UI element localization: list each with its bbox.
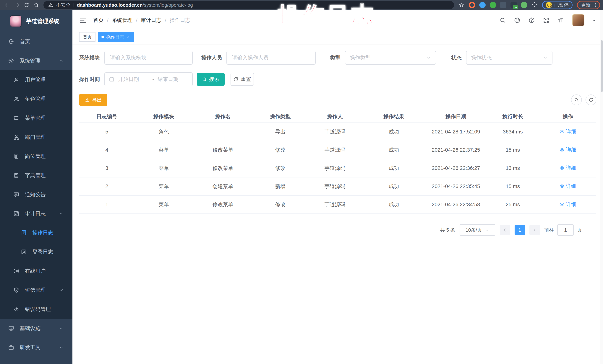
chevron-up-icon (59, 58, 64, 63)
type-label: 类型 (330, 54, 345, 61)
active-tab-dot (101, 36, 104, 38)
page-content: 系统模块 操作人员 类型 操作类型 (72, 44, 603, 364)
detail-link[interactable]: 详细 (559, 183, 576, 190)
sidebar-item-login-log[interactable]: 登录日志 (0, 242, 72, 261)
cell-type: 修改 (253, 201, 308, 208)
sidebar-item-label: 基础设施 (20, 325, 40, 332)
current-page-button[interactable]: 1 (515, 225, 525, 235)
goto-label: 前往 (544, 227, 554, 233)
detail-link[interactable]: 详细 (559, 128, 576, 135)
page-size-select[interactable]: 10条/页 (460, 224, 495, 236)
font-size-icon[interactable] (557, 17, 564, 23)
breadcrumb-item[interactable]: 首页 (93, 17, 104, 24)
cell-id: 3 (79, 165, 135, 171)
sidebar-item-sms-management[interactable]: 短信管理 (0, 280, 72, 300)
operator-input[interactable] (226, 51, 316, 65)
tags-bar: 首页操作日志 (72, 30, 603, 44)
sidebar-item-role-management[interactable]: 角色管理 (0, 89, 72, 108)
sidebar-item-home[interactable]: 首页 (0, 32, 72, 51)
filter-type: 类型 操作类型 (330, 51, 436, 65)
detail-link[interactable]: 详细 (559, 146, 576, 153)
status-select-placeholder: 操作状态 (471, 54, 492, 61)
sidebar-item-audit-log[interactable]: 审计日志 (0, 204, 72, 223)
sidebar-item-dict-management[interactable]: 字典管理 (0, 166, 72, 185)
close-icon[interactable] (126, 35, 130, 39)
sidebar-item-post-management[interactable]: 岗位管理 (0, 147, 72, 166)
column-header: 操作结果 (362, 113, 426, 120)
extension-ring-icon[interactable] (469, 2, 475, 8)
help-icon[interactable] (528, 17, 535, 23)
page-scrollbar[interactable] (600, 11, 603, 364)
sidebar-item-dev-tools[interactable]: 研发工具 (0, 338, 72, 357)
sidebar-item-user-management[interactable]: 用户管理 (0, 70, 72, 89)
show-search-toggle-button[interactable] (571, 94, 582, 105)
sidebar-item-menu-management[interactable]: 菜单管理 (0, 108, 72, 128)
browser-reload-button[interactable] (22, 1, 31, 9)
bookmark-star-icon[interactable] (458, 2, 464, 8)
module-input[interactable] (104, 51, 193, 65)
extension-leaf-icon[interactable] (521, 2, 527, 8)
pagination-total: 共 5 条 (440, 227, 455, 233)
cell-type: 修改 (253, 146, 308, 154)
url-text[interactable]: dashboard.yudao.iocoder.cn/system/log/op… (77, 2, 193, 8)
sidebar-item-notice[interactable]: 通知公告 (0, 185, 72, 204)
security-label[interactable]: 不安全 (56, 2, 70, 8)
scrollbar-thumb[interactable] (601, 40, 603, 92)
export-button[interactable]: 导出 (79, 94, 107, 106)
chevron-down-icon (59, 287, 64, 293)
refresh-table-button[interactable] (586, 94, 596, 105)
url-domain: dashboard.yudao.iocoder.cn (77, 2, 143, 8)
type-select[interactable]: 操作类型 (345, 51, 436, 65)
app-logo-row[interactable]: 芋道管理系统 (0, 11, 72, 32)
extension-puzzle-icon[interactable] (531, 2, 538, 8)
reset-button[interactable]: 重置 (231, 73, 254, 86)
sidebar-item-error-code-management[interactable]: 错误码管理 (0, 300, 72, 319)
detail-link[interactable]: 详细 (559, 201, 576, 208)
address-divider (74, 3, 74, 7)
address-bar[interactable]: 不安全 dashboard.yudao.iocoder.cn/system/lo… (44, 1, 454, 9)
extension-switch-icon[interactable]: on (510, 2, 517, 8)
cell-operator: 芋道源码 (308, 201, 362, 208)
tab-operate-log[interactable]: 操作日志 (98, 32, 134, 42)
fullscreen-icon[interactable] (543, 17, 549, 23)
column-header: 操作名 (193, 113, 253, 120)
status-select[interactable]: 操作状态 (466, 51, 553, 65)
user-avatar[interactable] (573, 14, 584, 26)
browser-update-chip[interactable]: 更新 (577, 1, 600, 9)
goto-page-input[interactable] (557, 224, 574, 236)
sidebar-item-online-users[interactable]: 在线用户 (0, 261, 72, 280)
github-icon[interactable] (514, 17, 521, 23)
sidebar-item-infrastructure[interactable]: 基础设施 (0, 319, 72, 338)
browser-forward-button[interactable] (13, 1, 21, 9)
detail-link[interactable]: 详细 (559, 165, 576, 172)
tab-home[interactable]: 首页 (79, 32, 95, 42)
cell-result: 成功 (362, 201, 426, 208)
table-toolbar: 导出 (79, 94, 596, 106)
breadcrumb: 首页/系统管理/审计日志/操作日志 (93, 17, 190, 24)
sidebar-item-operate-log[interactable]: 操作日志 (0, 223, 72, 242)
extension-pin-icon[interactable] (479, 2, 486, 8)
search-button[interactable]: 搜索 (197, 73, 225, 86)
next-page-button[interactable] (529, 225, 540, 235)
prev-page-button[interactable] (500, 225, 510, 235)
profile-paused-chip[interactable]: 已暂停 (542, 1, 573, 9)
detail-link-label: 详细 (566, 128, 576, 135)
date-range-picker[interactable]: 开始日期 - 结束日期 (104, 72, 193, 86)
sidebar-item-dept-management[interactable]: 部门管理 (0, 128, 72, 147)
cell-module: 菜单 (135, 183, 193, 190)
breadcrumb-item[interactable]: 审计日志 (141, 17, 162, 24)
column-header: 执行时长 (486, 113, 539, 120)
hamburger-icon[interactable] (79, 16, 87, 24)
extension-tool-icon[interactable] (500, 2, 506, 8)
page-unit-label: 页 (577, 227, 582, 233)
browser-home-button[interactable] (32, 1, 40, 9)
sidebar-item-system-management[interactable]: 系统管理 (0, 51, 72, 70)
extension-v-icon[interactable] (490, 2, 496, 8)
warning-icon[interactable] (48, 3, 53, 7)
chevron-down-icon[interactable] (592, 18, 596, 22)
search-icon[interactable] (499, 17, 506, 23)
cell-id: 2 (79, 183, 135, 189)
browser-menu-dots-icon[interactable] (593, 3, 598, 7)
breadcrumb-item[interactable]: 系统管理 (112, 17, 133, 24)
browser-back-button[interactable] (3, 1, 12, 9)
